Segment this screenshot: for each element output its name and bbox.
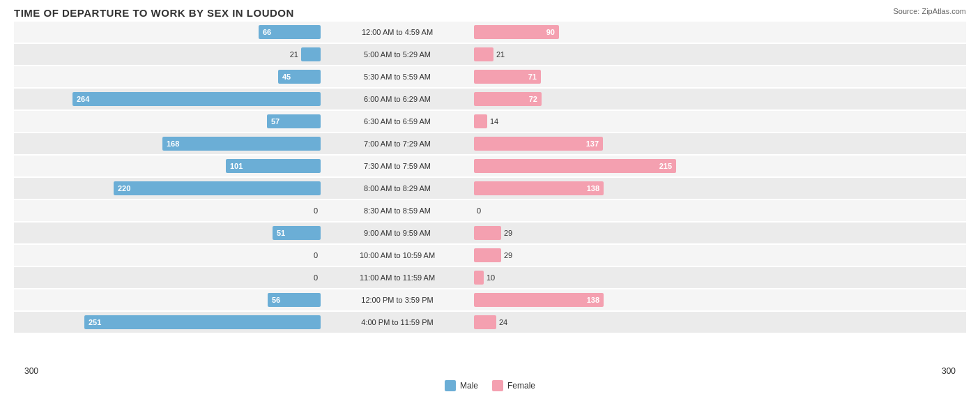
right-bar-area: 138 — [474, 178, 781, 199]
female-bar: 137 — [474, 137, 603, 151]
male-bar: 51 — [273, 226, 321, 240]
female-value: 90 — [546, 28, 555, 36]
male-value: 0 — [314, 206, 318, 215]
left-bar-area: 0 — [14, 267, 321, 288]
time-label: 6:30 AM to 6:59 AM — [321, 117, 474, 126]
female-value: 138 — [587, 184, 599, 193]
right-bar-area: 138 — [474, 289, 781, 310]
male-value: 45 — [282, 73, 291, 81]
female-bar — [474, 114, 487, 128]
male-value: 251 — [89, 318, 101, 326]
table-row: 264 6:00 AM to 6:29 AM 72 — [14, 89, 966, 110]
male-value: 66 — [263, 28, 271, 36]
table-row: 51 9:00 AM to 9:59 AM 29 — [14, 222, 966, 243]
legend-male-box — [445, 380, 456, 391]
table-row: 251 4:00 PM to 11:59 PM 24 — [14, 312, 966, 333]
right-bar-area: 137 — [474, 133, 781, 154]
right-bar-area: 14 — [474, 111, 781, 132]
male-value: 0 — [314, 251, 318, 259]
female-value: 24 — [499, 318, 507, 326]
time-label: 5:30 AM to 5:59 AM — [321, 73, 474, 81]
male-bar: 101 — [226, 159, 321, 173]
time-label: 8:00 AM to 8:29 AM — [321, 184, 474, 193]
left-bar-area: 220 — [14, 178, 321, 199]
male-value: 168 — [167, 139, 179, 148]
table-row: 56 12:00 PM to 3:59 PM 138 — [14, 289, 966, 310]
male-value: 51 — [277, 229, 285, 237]
time-label: 6:00 AM to 6:29 AM — [321, 95, 474, 103]
male-value: 264 — [77, 95, 89, 103]
table-row: 168 7:00 AM to 7:29 AM 137 — [14, 133, 966, 154]
female-bar — [474, 248, 501, 262]
left-bar-area: 51 — [14, 222, 321, 243]
male-value: 21 — [290, 50, 298, 59]
right-bar-area: 29 — [474, 222, 781, 243]
female-value: 137 — [586, 139, 599, 148]
female-value: 72 — [529, 95, 537, 103]
legend: Male Female — [14, 380, 966, 391]
female-bar: 138 — [474, 181, 604, 195]
male-bar: 66 — [259, 25, 321, 39]
female-value: 21 — [496, 50, 505, 59]
left-bar-area: 251 — [14, 312, 321, 333]
right-bar-area: 71 — [474, 66, 781, 87]
legend-female-label: Female — [507, 381, 535, 391]
table-row: 08:30 AM to 8:59 AM0 — [14, 200, 966, 221]
male-value: 0 — [314, 273, 318, 282]
source-text: Source: ZipAtlas.com — [893, 7, 966, 15]
legend-female: Female — [492, 380, 535, 391]
left-bar-area: 0 — [14, 245, 321, 266]
time-label: 4:00 PM to 11:59 PM — [321, 318, 474, 326]
legend-female-box — [492, 380, 503, 391]
table-row: 66 12:00 AM to 4:59 AM 90 — [14, 22, 966, 43]
female-bar — [474, 315, 496, 329]
female-value: 71 — [528, 73, 537, 81]
right-bar-area: 10 — [474, 267, 781, 288]
left-bar-area: 45 — [14, 66, 321, 87]
right-bar-area: 72 — [474, 89, 781, 110]
axis-labels: 300 300 — [14, 366, 966, 376]
male-bar: 45 — [278, 70, 321, 84]
male-bar: 220 — [114, 181, 321, 195]
right-bar-area: 29 — [474, 245, 781, 266]
left-bar-area: 0 — [14, 200, 321, 221]
table-row: 220 8:00 AM to 8:29 AM 138 — [14, 178, 966, 199]
right-bar-area: 0 — [474, 200, 781, 221]
left-bar-area: 264 — [14, 89, 321, 110]
legend-male: Male — [445, 380, 478, 391]
table-row: 45 5:30 AM to 5:59 AM 71 — [14, 66, 966, 87]
right-bar-area: 21 — [474, 44, 781, 65]
left-bar-area: 56 — [14, 289, 321, 310]
female-bar: 138 — [474, 293, 604, 307]
male-value: 101 — [230, 162, 243, 170]
right-bar-area: 24 — [474, 312, 781, 333]
time-label: 12:00 PM to 3:59 PM — [321, 296, 474, 304]
chart-container: TIME OF DEPARTURE TO WORK BY SEX IN LOUD… — [0, 0, 980, 415]
axis-right: 300 — [931, 366, 966, 376]
female-value: 138 — [587, 296, 599, 304]
left-bar-area: 66 — [14, 22, 321, 43]
left-bar-area: 101 — [14, 156, 321, 176]
female-bar: 215 — [474, 159, 676, 173]
chart-title: TIME OF DEPARTURE TO WORK BY SEX IN LOUD… — [14, 7, 966, 19]
legend-male-label: Male — [460, 381, 478, 391]
table-row: 21 5:00 AM to 5:29 AM 21 — [14, 44, 966, 65]
right-bar-area: 215 — [474, 156, 781, 176]
time-label: 12:00 AM to 4:59 AM — [321, 28, 474, 36]
female-bar — [474, 271, 484, 285]
female-value: 215 — [659, 162, 672, 170]
time-label: 11:00 AM to 11:59 AM — [321, 273, 474, 282]
left-bar-area: 168 — [14, 133, 321, 154]
male-bar: 251 — [84, 315, 321, 329]
female-bar: 71 — [474, 70, 541, 84]
male-bar: 57 — [267, 114, 321, 128]
time-label: 8:30 AM to 8:59 AM — [321, 206, 474, 215]
time-label: 7:00 AM to 7:29 AM — [321, 139, 474, 148]
female-value: 29 — [504, 229, 512, 237]
left-bar-area: 21 — [14, 44, 321, 65]
male-bar: 168 — [162, 137, 321, 151]
table-row: 57 6:30 AM to 6:59 AM 14 — [14, 111, 966, 132]
time-label: 9:00 AM to 9:59 AM — [321, 229, 474, 237]
male-bar — [301, 47, 321, 61]
chart-area: 66 12:00 AM to 4:59 AM 90 21 5:00 AM to … — [14, 22, 966, 363]
